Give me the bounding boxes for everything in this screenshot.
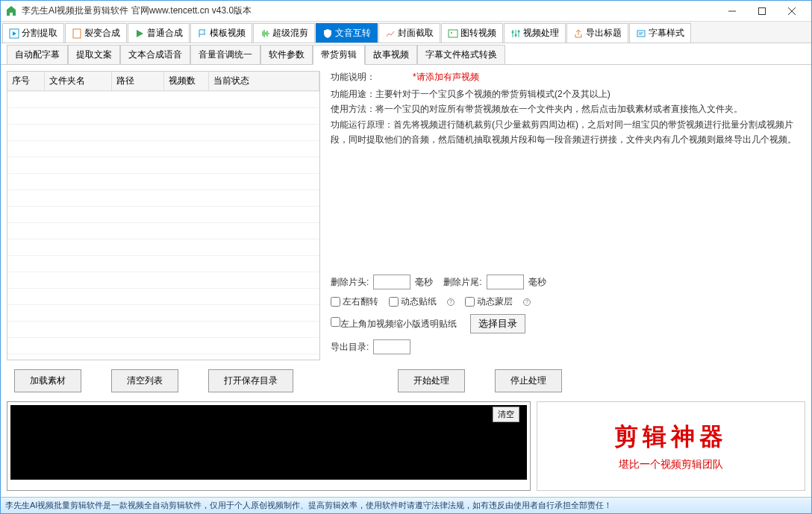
trim-tail-label: 删除片尾:	[443, 276, 481, 289]
table-body[interactable]	[7, 91, 319, 360]
brand-subtitle: 堪比一个视频剪辑团队	[619, 458, 723, 471]
window-title: 李先生AI视频批量剪辑软件 官网www.tencett.cn v43.0版本	[22, 4, 717, 17]
load-button[interactable]: 加载素材	[14, 369, 81, 392]
corner-row: 左上角加视频缩小版透明贴纸 选择目录	[331, 314, 802, 333]
col-path: 路径	[112, 72, 164, 90]
close-button[interactable]	[777, 1, 807, 21]
open-save-button[interactable]: 打开保存目录	[208, 369, 293, 392]
desc-text: 功能用途：主要针对于一个宝贝多个视频的带货剪辑模式(2个及其以上) 使用方法：将…	[331, 87, 802, 148]
window-controls	[717, 1, 807, 21]
main-tabs: 分割提取 裂变合成 普通合成 模板视频 超级混剪 文音互转 封面截取 图转视频 …	[1, 22, 811, 43]
tab-normal-compose[interactable]: 普通合成	[128, 23, 190, 43]
export-row: 导出目录:	[331, 339, 802, 354]
unit-ms: 毫秒	[415, 276, 433, 289]
brand-panel: 剪辑神器 堪比一个视频剪辑团队	[537, 401, 805, 491]
sub-tabs: 自动配字幕 提取文案 文本合成语音 音量音调统一 软件参数 带货剪辑 故事视频 …	[1, 43, 811, 65]
file-table[interactable]: 序号 文件夹名 路径 视频数 当前状态	[7, 71, 320, 360]
chart-icon	[385, 28, 396, 39]
upper-panel: 序号 文件夹名 路径 视频数 当前状态 功能说明： *请添加有声视频 功能用途：…	[7, 71, 805, 360]
table-header: 序号 文件夹名 路径 视频数 当前状态	[7, 72, 319, 91]
svg-point-8	[512, 31, 514, 33]
log-panel: 清空	[7, 401, 531, 491]
flip-checkbox[interactable]: 左右翻转	[331, 295, 378, 308]
wave-icon	[260, 28, 270, 39]
app-window: 李先生AI视频批量剪辑软件 官网www.tencett.cn v43.0版本 分…	[0, 0, 812, 514]
help-icon[interactable]: ?	[447, 298, 455, 306]
svg-rect-11	[637, 31, 645, 37]
export-dir-input[interactable]	[373, 339, 410, 354]
subtab-shopping-edit[interactable]: 带货剪辑	[313, 45, 365, 65]
desc-label: 功能说明：	[331, 71, 383, 84]
subtab-tts[interactable]: 文本合成语音	[120, 45, 190, 64]
svg-rect-1	[759, 7, 766, 14]
tab-fission[interactable]: 裂变合成	[65, 23, 127, 43]
content-area: 序号 文件夹名 路径 视频数 当前状态 功能说明： *请添加有声视频 功能用途：…	[1, 65, 811, 497]
col-folder: 文件夹名	[45, 72, 112, 90]
minimize-button[interactable]	[717, 1, 747, 21]
image-icon	[448, 28, 458, 39]
right-panel: 功能说明： *请添加有声视频 功能用途：主要针对于一个宝贝多个视频的带货剪辑模式…	[328, 71, 805, 360]
trim-head-input[interactable]	[373, 275, 410, 289]
flag-icon	[197, 28, 207, 39]
select-dir-button[interactable]: 选择目录	[470, 314, 525, 333]
tab-video-process[interactable]: 视频处理	[504, 23, 566, 43]
subtab-auto-subtitle[interactable]: 自动配字幕	[7, 45, 68, 64]
export-icon	[573, 28, 584, 39]
tab-img-to-video[interactable]: 图转视频	[441, 23, 503, 43]
tab-template[interactable]: 模板视频	[190, 23, 252, 43]
play-icon	[9, 28, 19, 39]
sliders-icon	[510, 28, 521, 39]
stop-button[interactable]: 停止处理	[495, 369, 562, 392]
titlebar: 李先生AI视频批量剪辑软件 官网www.tencett.cn v43.0版本	[1, 1, 811, 22]
svg-point-10	[518, 30, 520, 32]
start-button[interactable]: 开始处理	[398, 369, 465, 392]
svg-point-9	[515, 34, 517, 36]
app-icon	[5, 5, 17, 17]
brand-title: 剪辑神器	[614, 421, 728, 454]
action-buttons: 加载素材 清空列表 打开保存目录 开始处理 停止处理	[7, 366, 805, 395]
desc-warning: *请添加有声视频	[413, 71, 479, 84]
unit-ms-2: 毫秒	[528, 276, 546, 289]
corner-checkbox[interactable]: 左上角加视频缩小版透明贴纸	[331, 317, 457, 330]
left-panel: 序号 文件夹名 路径 视频数 当前状态	[7, 71, 320, 360]
help-icon-2[interactable]: ?	[523, 298, 531, 306]
sticker-checkbox[interactable]: 动态贴纸	[389, 295, 437, 308]
tab-cover[interactable]: 封面截取	[378, 23, 440, 43]
col-status: 当前状态	[209, 72, 319, 90]
doc-icon	[72, 28, 82, 39]
status-bar: 李先生AI视频批量剪辑软件是一款视频全自动剪辑软件，仅用于个人原创视频制作、提高…	[1, 497, 811, 513]
trim-tail-input[interactable]	[487, 275, 524, 289]
trim-row: 删除片头: 毫秒 删除片尾: 毫秒	[331, 275, 802, 289]
play-icon	[134, 28, 145, 39]
tab-export-title[interactable]: 导出标题	[566, 23, 628, 43]
subtab-volume[interactable]: 音量音调统一	[190, 45, 260, 64]
subtab-subtitle-convert[interactable]: 字幕文件格式转换	[417, 45, 505, 64]
subtab-params[interactable]: 软件参数	[260, 45, 313, 64]
text-icon	[636, 28, 646, 39]
subtab-story[interactable]: 故事视频	[365, 45, 417, 64]
tab-super-mix[interactable]: 超级混剪	[253, 23, 315, 43]
trim-head-label: 删除片头:	[331, 276, 369, 289]
shield-icon	[322, 28, 333, 39]
clear-list-button[interactable]: 清空列表	[111, 369, 178, 392]
tab-text-audio[interactable]: 文音互转	[316, 23, 378, 43]
svg-rect-6	[449, 30, 457, 37]
col-index: 序号	[7, 72, 45, 90]
maximize-button[interactable]	[747, 1, 777, 21]
tab-subtitle-style[interactable]: 字幕样式	[629, 23, 691, 43]
clear-log-button[interactable]: 清空	[493, 407, 519, 422]
subtab-extract-text[interactable]: 提取文案	[68, 45, 120, 64]
options-row: 左右翻转 动态贴纸 ? 动态蒙层 ?	[331, 295, 802, 308]
lower-panel: 清空 剪辑神器 堪比一个视频剪辑团队	[7, 401, 805, 491]
col-count: 视频数	[164, 72, 209, 90]
tab-split-extract[interactable]: 分割提取	[2, 23, 64, 43]
svg-rect-5	[73, 29, 81, 38]
log-output[interactable]	[10, 405, 527, 480]
export-label: 导出目录:	[331, 341, 369, 354]
mask-checkbox[interactable]: 动态蒙层	[465, 295, 513, 308]
svg-point-7	[451, 32, 452, 34]
